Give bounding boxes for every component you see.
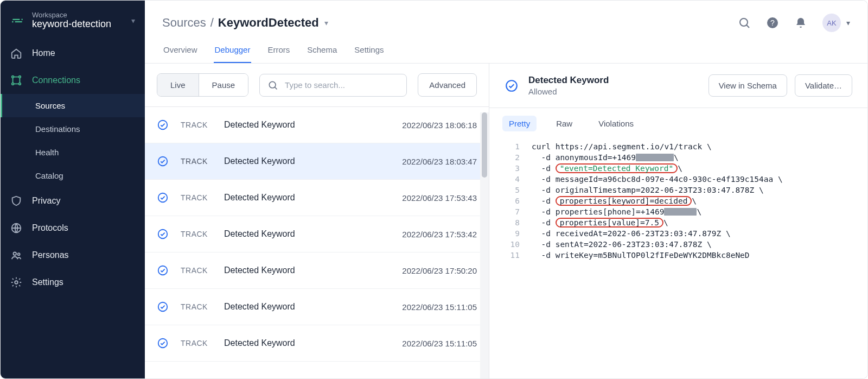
caret-down-icon: ▾ <box>131 16 135 25</box>
event-type: TRACK <box>181 266 224 275</box>
gear-icon <box>10 276 22 288</box>
debugger-toolbar: Live Pause Advanced <box>145 64 489 107</box>
dtab-violations[interactable]: Violations <box>592 116 640 131</box>
event-type: TRACK <box>181 302 224 311</box>
subnav-destinations[interactable]: Destinations <box>1 117 145 141</box>
nav-connections[interactable]: Connections <box>1 67 145 94</box>
help-icon[interactable]: ? <box>766 16 779 29</box>
nav-home[interactable]: Home <box>1 40 145 67</box>
breadcrumb-parent[interactable]: Sources <box>162 16 206 30</box>
code-line: -d sentAt=2022-06-23T23:03:47.878Z \ <box>532 239 712 250</box>
subnav-catalog[interactable]: Catalog <box>1 164 145 187</box>
workspace-switcher[interactable]: Workspace keyword-detection ▾ <box>1 7 145 40</box>
user-menu[interactable]: AK ▾ <box>807 14 850 32</box>
svg-point-8 <box>18 253 20 255</box>
breadcrumb-sep: / <box>210 16 214 30</box>
chevron-down-icon[interactable]: ▾ <box>324 18 328 27</box>
event-row[interactable]: TRACK Detected Keyword 2022/06/23 17:53:… <box>145 180 489 216</box>
search-input[interactable] <box>285 80 399 90</box>
advanced-button[interactable]: Advanced <box>418 73 477 97</box>
home-icon <box>10 47 22 59</box>
highlight-event: "event=Detected Keyword" <box>556 163 678 173</box>
event-list[interactable]: TRACK Detected Keyword 2022/06/23 18:06:… <box>145 107 489 378</box>
tab-schema[interactable]: Schema <box>306 37 338 63</box>
svg-point-2 <box>12 76 14 78</box>
scrollbar-thumb[interactable] <box>482 112 487 178</box>
header: Sources / KeywordDetected ▾ ? AK ▾ <box>145 1 867 37</box>
workspace-name: keyword-detection <box>32 19 131 30</box>
event-row[interactable]: TRACK Detected Keyword 2022/06/23 18:03:… <box>145 143 489 180</box>
nav-personas[interactable]: Personas <box>1 242 145 269</box>
detail-status: Allowed <box>528 87 701 96</box>
svg-point-18 <box>158 266 168 275</box>
protocols-icon <box>10 222 22 234</box>
event-row[interactable]: TRACK Detected Keyword 2022/06/23 17:50:… <box>145 252 489 289</box>
svg-point-1 <box>12 21 14 23</box>
live-button[interactable]: Live <box>157 74 199 96</box>
subnav-sources[interactable]: Sources <box>1 94 145 117</box>
tab-overview[interactable]: Overview <box>162 37 199 63</box>
event-ts: 2022/06/23 17:53:42 <box>402 230 477 239</box>
shield-icon <box>10 195 22 207</box>
svg-point-16 <box>158 193 168 203</box>
code-line: -d properties[phone]=+1469 <box>532 206 664 217</box>
search-icon[interactable] <box>738 16 751 29</box>
check-circle-icon <box>157 337 169 349</box>
event-type: TRACK <box>181 121 224 129</box>
event-name: Detected Keyword <box>224 229 402 239</box>
event-row[interactable]: TRACK Detected Keyword 2022/06/23 15:11:… <box>145 289 489 325</box>
event-row[interactable]: TRACK Detected Keyword 2022/06/23 18:06:… <box>145 107 489 143</box>
nav-personas-label: Personas <box>32 250 69 260</box>
tab-errors[interactable]: Errors <box>266 37 291 63</box>
code-line: -d <box>532 217 556 228</box>
svg-point-19 <box>158 302 168 312</box>
caret-down-icon: ▾ <box>846 18 850 27</box>
nav-privacy[interactable]: Privacy <box>1 187 145 214</box>
event-row[interactable]: TRACK Detected Keyword 2022/06/23 17:53:… <box>145 216 489 252</box>
event-name: Detected Keyword <box>224 338 402 348</box>
workspace-label: Workspace <box>32 11 131 19</box>
view-in-schema-button[interactable]: View in Schema <box>709 74 787 97</box>
dtab-raw[interactable]: Raw <box>550 116 579 131</box>
tab-debugger[interactable]: Debugger <box>214 37 252 63</box>
code-line: \ <box>674 152 679 163</box>
breadcrumb-current: KeywordDetected <box>218 16 319 30</box>
code-line: -d anonymousId=+1469 <box>532 152 636 163</box>
nav-protocols[interactable]: Protocols <box>1 214 145 242</box>
event-name: Detected Keyword <box>224 302 402 312</box>
nav-home-label: Home <box>32 48 55 58</box>
code-line: -d messageId=a96cbc8d-097e-44c0-930c-e4f… <box>532 174 783 185</box>
subnav-health[interactable]: Health <box>1 141 145 164</box>
search-field[interactable] <box>259 74 407 97</box>
search-icon <box>267 80 278 91</box>
nav-settings[interactable]: Settings <box>1 269 145 296</box>
event-name: Detected Keyword <box>224 156 402 166</box>
avatar: AK <box>822 14 841 32</box>
code-line: -d receivedAt=2022-06-23T23:03:47.879Z \ <box>532 228 731 239</box>
tab-settings[interactable]: Settings <box>353 37 385 63</box>
event-type: TRACK <box>181 193 224 202</box>
bell-icon[interactable] <box>794 16 807 29</box>
check-circle-icon <box>157 264 169 276</box>
live-pause-toggle: Live Pause <box>157 73 248 97</box>
scrollbar[interactable] <box>480 112 489 378</box>
svg-point-5 <box>19 83 21 85</box>
nav-settings-label: Settings <box>32 277 63 287</box>
personas-icon <box>10 249 22 261</box>
event-ts: 2022/06/23 15:11:05 <box>402 339 477 348</box>
event-panel: Live Pause Advanced TRACK <box>145 64 489 378</box>
check-circle-icon <box>505 79 519 93</box>
validate-button[interactable]: Validate… <box>795 74 852 97</box>
detail-header: Detected Keyword Allowed View in Schema … <box>489 64 867 108</box>
code-line: \ <box>663 217 668 228</box>
event-row[interactable]: TRACK Detected Keyword 2022/06/23 15:11:… <box>145 325 489 362</box>
svg-text:?: ? <box>770 18 775 27</box>
detail-panel: Detected Keyword Allowed View in Schema … <box>489 64 867 378</box>
pause-button[interactable]: Pause <box>199 74 248 96</box>
code-line: -d <box>532 163 556 174</box>
event-type: TRACK <box>181 339 224 348</box>
event-ts: 2022/06/23 15:11:05 <box>402 302 477 312</box>
dtab-pretty[interactable]: Pretty <box>502 116 537 131</box>
code-line: curl https://api.segment.io/v1/track \ <box>532 141 712 152</box>
svg-point-10 <box>740 18 748 26</box>
